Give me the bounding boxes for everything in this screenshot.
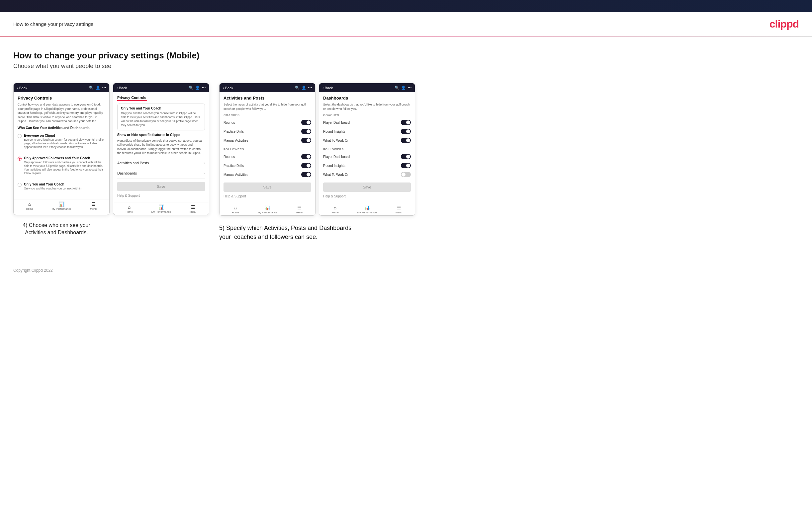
phone2-show-hide-title: Show or hide specific features in Clippd	[117, 133, 205, 137]
page-subtitle: Choose what you want people to see	[13, 63, 799, 70]
header: How to change your privacy settings clip…	[0, 12, 812, 37]
page-title: How to change your privacy settings (Mob…	[13, 50, 799, 61]
phone4-topbar: ‹ Back 🔍 👤	[319, 83, 415, 92]
phone2-help: Help & Support	[117, 191, 205, 199]
nav-menu-label-1: Menu	[90, 207, 97, 210]
toggle-followers-player[interactable]	[401, 154, 411, 159]
phone3-coaches-label: COACHES	[223, 113, 311, 117]
phone2-dashboards-label: Dashboards	[117, 171, 137, 175]
right-caption-text: 5) Specify which Activities, Posts and D…	[219, 225, 351, 240]
copyright: Copyright Clippd 2022	[13, 268, 53, 273]
toggle-coaches-insights[interactable]	[401, 129, 411, 134]
search-icon-2: 🔍	[189, 86, 193, 90]
phone3-section-desc: Select the types of activity that you'd …	[223, 103, 311, 111]
phone2-bottom-nav: ⌂ Home 📊 My Performance ☰ Menu	[113, 202, 209, 215]
phone2-show-hide-text: Regardless of the privacy controls that …	[117, 139, 205, 155]
phone1-section-title: Privacy Controls	[17, 96, 105, 101]
toggle-followers-drills[interactable]	[301, 163, 311, 168]
nav-home-3: ⌂ Home	[219, 205, 251, 214]
home-icon-2: ⌂	[128, 205, 131, 210]
phone4-back: ‹ Back	[322, 86, 333, 90]
phone1-option3-text: Only You and Your Coach Only you and the…	[24, 182, 81, 190]
phone1-option2: Only Approved Followers and Your Coach O…	[17, 154, 105, 177]
main-content: How to change your privacy settings (Mob…	[0, 37, 812, 262]
phone4-coaches-workon: What To Work On	[323, 136, 411, 145]
person-icon-3: 👤	[302, 86, 306, 90]
toggle-coaches-workon[interactable]	[401, 138, 411, 143]
search-icon-3: 🔍	[295, 86, 300, 90]
toggle-followers-insights[interactable]	[401, 163, 411, 168]
chart-icon-4: 📊	[364, 205, 370, 210]
phone3-icons: 🔍 👤	[295, 86, 312, 90]
toggle-followers-rounds[interactable]	[301, 154, 311, 159]
phone4-section-desc: Select the dashboards that you'd like to…	[323, 103, 411, 111]
toggle-coaches-player[interactable]	[401, 120, 411, 125]
phone2-icons: 🔍 👤	[189, 86, 206, 90]
phone4-coaches-player: Player Dashboard	[323, 118, 411, 127]
radio-dot-1	[17, 134, 21, 138]
nav-menu-1: ☰ Menu	[78, 202, 109, 210]
dots-icon-3	[308, 87, 312, 88]
phone2-save-btn[interactable]: Save	[117, 182, 205, 191]
search-icon: 🔍	[89, 86, 94, 90]
nav-home-label-2: Home	[125, 210, 133, 213]
phone1-topbar: ‹ Back 🔍 👤	[14, 83, 109, 92]
arrow-icon-2: ›	[204, 171, 205, 175]
person-icon: 👤	[96, 86, 100, 90]
toggle-coaches-manual[interactable]	[301, 138, 311, 143]
nav-performance-4: 📊 My Performance	[351, 205, 383, 214]
phone2-activities-row: Activities and Posts ›	[117, 158, 205, 168]
phone4-bottom-nav: ⌂ Home 📊 My Performance ☰ Menu	[319, 203, 415, 215]
dots-icon	[102, 87, 106, 88]
phone3-save-btn[interactable]: Save	[223, 182, 311, 192]
right-phones: ‹ Back 🔍 👤 Activities and Posts Select t…	[219, 83, 415, 216]
phone1-option1-text: Everyone on Clippd Everyone on Clippd ca…	[24, 134, 105, 149]
phone2-tab: Privacy Controls	[117, 96, 205, 101]
person-icon-2: 👤	[195, 86, 200, 90]
home-icon-4: ⌂	[334, 205, 337, 210]
phone3-followers-drills: Practice Drills	[223, 161, 311, 170]
phone-screen3: ‹ Back 🔍 👤 Activities and Posts Select t…	[219, 83, 315, 216]
phone3-coaches-rounds: Rounds	[223, 118, 311, 127]
phone1-back: ‹ Back	[17, 86, 27, 90]
phone4-icons: 🔍 👤	[395, 86, 411, 90]
phone3-followers-rounds: Rounds	[223, 152, 311, 161]
right-caption: 5) Specify which Activities, Posts and D…	[219, 224, 359, 241]
toggle-followers-manual[interactable]	[301, 172, 311, 177]
phone1-bottom-nav: ⌂ Home 📊 My Performance ☰ Menu	[14, 199, 109, 212]
nav-performance-2: 📊 My Performance	[145, 205, 177, 213]
toggle-coaches-rounds[interactable]	[301, 120, 311, 125]
nav-menu-label-3: Menu	[296, 211, 303, 214]
toggle-coaches-drills[interactable]	[301, 129, 311, 134]
phone2-dashboards-row: Dashboards ›	[117, 168, 205, 178]
nav-menu-3: ☰ Menu	[283, 205, 315, 214]
left-caption: 4) Choose who can see your Activities an…	[13, 222, 100, 237]
phone3-back: ‹ Back	[223, 86, 233, 90]
nav-menu-label-2: Menu	[190, 210, 196, 213]
nav-home-label-1: Home	[26, 207, 33, 210]
nav-perf-label-4: My Performance	[357, 211, 377, 214]
phone2-back: ‹ Back	[116, 86, 127, 90]
nav-menu-2: ☰ Menu	[177, 205, 209, 213]
radio-dot-2	[17, 157, 21, 161]
phone3-coaches-manual: Manual Activities	[223, 136, 311, 145]
phone-screen2: ‹ Back 🔍 👤 Privacy Controls	[113, 83, 209, 215]
phone4-followers-insights: Round Insights	[323, 161, 411, 170]
phone1-body-text: Control how you and your data appears to…	[17, 103, 105, 123]
popup-text: Only you and the coaches you connect wit…	[121, 111, 201, 127]
nav-perf-label-2: My Performance	[151, 210, 171, 213]
menu-icon-1: ☰	[91, 202, 96, 207]
chart-icon-1: 📊	[59, 202, 64, 207]
toggle-followers-workon[interactable]	[401, 172, 411, 177]
logo: clippd	[769, 18, 799, 30]
phone4-save-btn[interactable]: Save	[323, 182, 411, 192]
phone3-section-title: Activities and Posts	[223, 96, 311, 101]
phone4-coaches-insights: Round Insights	[323, 127, 411, 136]
menu-icon-3: ☰	[297, 205, 302, 210]
phone3-coaches-drills: Practice Drills	[223, 127, 311, 136]
arrow-icon-1: ›	[204, 161, 205, 165]
nav-home-label-4: Home	[332, 211, 339, 214]
phone2-tab-label: Privacy Controls	[117, 96, 146, 100]
phone3-followers-manual: Manual Activities	[223, 170, 311, 179]
home-icon-1: ⌂	[28, 202, 31, 207]
